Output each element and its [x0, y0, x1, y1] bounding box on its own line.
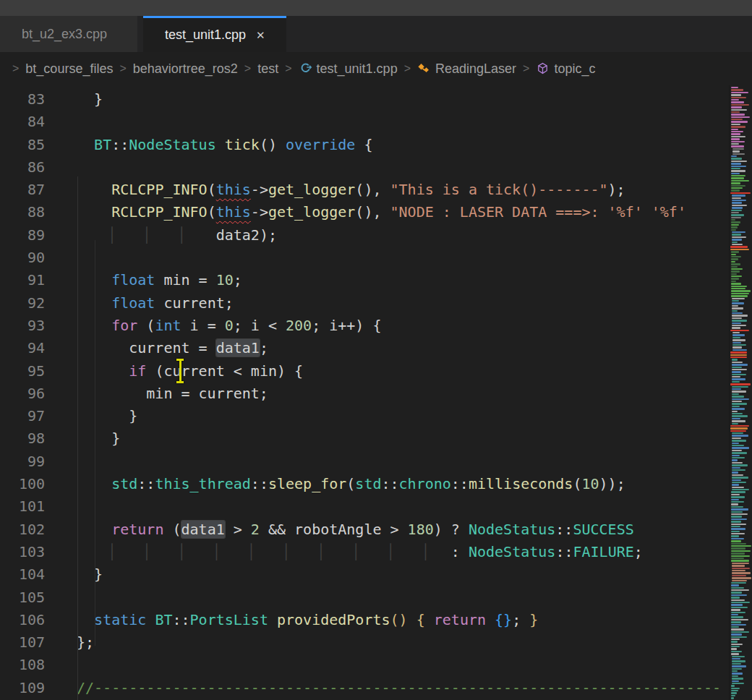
minimap-row [731, 261, 735, 262]
code-line-99[interactable]: 99 [0, 451, 727, 473]
minimap-row [732, 680, 739, 682]
code-line-84[interactable]: 84 [0, 111, 727, 133]
breadcrumb-item-behaviortree_ros2[interactable]: behaviortree_ros2 [133, 61, 238, 77]
minimap-row [732, 658, 740, 660]
code-line-91[interactable]: 91 float min = 10; [0, 269, 727, 291]
code-line-105[interactable]: 105 [0, 586, 727, 609]
line-number: 103 [0, 541, 45, 563]
code-line-101[interactable]: 101 [0, 495, 727, 518]
minimap[interactable] [729, 85, 752, 700]
breadcrumb-item-test[interactable]: test [257, 61, 278, 77]
minimap-row [731, 126, 745, 127]
tab-test_unit1[interactable]: test_unit1.cpp ✕ [143, 16, 286, 52]
code-line-95[interactable]: 95 if (current < min) { [0, 360, 727, 383]
code-text: if (current < min) { [45, 360, 303, 383]
code-line-103[interactable]: 103 ▏ ▏ ▏ ▏ ▏ ▏ ▏ ▏ ▏ ▏ : NodeStatus::FA… [0, 541, 727, 563]
minimap-row [731, 124, 740, 125]
code-line-109[interactable]: 109//-----------------------------------… [0, 677, 727, 699]
minimap-row [731, 531, 740, 532]
breadcrumb-label: test [257, 61, 278, 76]
minimap-row [732, 302, 744, 304]
code-line-85[interactable]: 85 BT::NodeStatus tick() override { [0, 134, 727, 156]
minimap-row [732, 479, 741, 481]
code-line-98[interactable]: 98 } [0, 427, 727, 450]
minimap-row [732, 305, 738, 307]
minimap-row [732, 339, 745, 341]
minimap-row [732, 411, 738, 412]
minimap-row [732, 565, 745, 566]
code-line-104[interactable]: 104 } [0, 563, 727, 586]
minimap-row [732, 388, 741, 390]
breadcrumb-item-test_unit1.cpp[interactable]: test_unit1.cpp [299, 61, 398, 77]
chevron-right-icon: > [523, 62, 529, 75]
breadcrumb-item-ReadingLaser[interactable]: ReadingLaser [417, 61, 516, 77]
minimap-row [731, 616, 743, 618]
code-line-89[interactable]: 89 ▏ ▏ ▏ data2); [0, 224, 727, 247]
minimap-row [731, 221, 740, 223]
minimap-row [731, 526, 740, 527]
code-text: static BT::PortsList providedPorts() { r… [45, 609, 538, 631]
minimap-row [731, 494, 740, 495]
code-text [45, 156, 77, 179]
breadcrumb-label: ReadingLaser [435, 61, 516, 76]
code-line-93[interactable]: 93 for (int i = 0; i < 200; i++) { [0, 315, 727, 337]
minimap-row [732, 487, 744, 488]
code-line-107[interactable]: 107}; [0, 631, 727, 654]
code-line-96[interactable]: 96 min = current; [0, 383, 727, 405]
code-line-106[interactable]: 106 static BT::PortsList providedPorts()… [0, 609, 727, 631]
code-text: float min = 10; [45, 269, 242, 291]
code-text: std::this_thread::sleep_for(std::chrono:… [45, 473, 625, 495]
line-number: 86 [0, 156, 45, 179]
line-number: 87 [0, 179, 45, 201]
tab-bt_u2_ex3[interactable]: bt_u2_ex3.cpp [0, 16, 137, 52]
chevron-right-icon: > [404, 62, 411, 75]
code-line-88[interactable]: 88 RCLCPP_INFO(this->get_logger(), "NODE… [0, 201, 727, 223]
code-line-97[interactable]: 97 } [0, 405, 727, 427]
breadcrumb-item-bt_course_files[interactable]: bt_course_files [25, 61, 113, 77]
minimap-row [731, 550, 751, 552]
minimap-row [732, 447, 749, 448]
code-line-92[interactable]: 92 float current; [0, 292, 727, 315]
minimap-row [732, 390, 746, 392]
minimap-row [732, 440, 746, 441]
minimap-row [732, 570, 745, 571]
minimap-row [732, 320, 747, 321]
code-editor[interactable]: 83 }8485 BT::NodeStatus tick() override … [0, 85, 727, 700]
tab-label: test_unit1.cpp [165, 27, 246, 43]
minimap-row [732, 396, 744, 397]
minimap-row [732, 572, 751, 573]
minimap-row [731, 177, 744, 179]
code-line-83[interactable]: 83 } [0, 88, 727, 111]
minimap-row [732, 670, 738, 672]
minimap-row [731, 87, 738, 88]
close-icon[interactable]: ✕ [256, 29, 265, 42]
code-line-87[interactable]: 87 RCLCPP_INFO(this->get_logger(), "This… [0, 179, 727, 201]
minimap-row [732, 393, 739, 395]
minimap-row [731, 138, 740, 140]
code-line-90[interactable]: 90 [0, 247, 727, 269]
minimap-row [731, 524, 746, 525]
code-line-102[interactable]: 102 return (data1 > 2 && robotAngle > 18… [0, 518, 727, 541]
minimap-row [731, 540, 741, 542]
code-line-86[interactable]: 86 [0, 156, 727, 179]
minimap-row [730, 430, 746, 432]
minimap-row [732, 337, 740, 338]
breadcrumb-item-topic_c[interactable]: topic_c [536, 61, 595, 77]
minimap-row [732, 482, 746, 483]
minimap-row [731, 133, 740, 135]
minimap-row [732, 459, 738, 461]
code-line-94[interactable]: 94 current = data1; [0, 337, 727, 359]
minimap-row [731, 131, 743, 132]
minimap-row [731, 226, 738, 228]
code-line-108[interactable]: 108 [0, 654, 727, 676]
minimap-row [731, 597, 740, 598]
minimap-row [732, 471, 738, 473]
minimap-row [732, 349, 747, 351]
title-bar [0, 0, 752, 16]
line-number: 106 [0, 609, 45, 631]
minimap-row [730, 351, 747, 353]
minimap-row [731, 619, 748, 620]
code-line-100[interactable]: 100 std::this_thread::sleep_for(std::chr… [0, 473, 727, 495]
minimap-row [731, 229, 736, 231]
minimap-row [731, 189, 740, 191]
